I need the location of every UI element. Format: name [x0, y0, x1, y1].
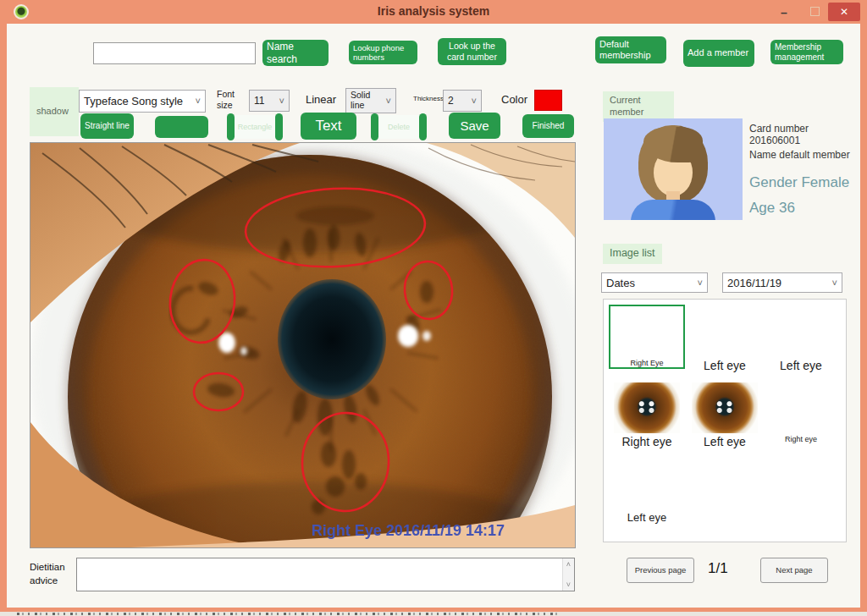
color-label: Color: [501, 93, 527, 106]
typeface-select[interactable]: Typeface Song style ˅: [79, 90, 206, 113]
finished-button[interactable]: Finished: [522, 114, 574, 138]
chevron-down-icon: ˅: [472, 96, 477, 106]
scroll-up-icon[interactable]: ˄: [563, 560, 574, 569]
save-button[interactable]: Save: [449, 113, 500, 139]
desktop-edge: [0, 612, 867, 616]
dates-select[interactable]: Dates ˅: [601, 272, 708, 293]
rectangle-button[interactable]: Rectangle: [229, 115, 281, 139]
member-gender: Gender Female: [749, 174, 849, 191]
member-name: Name default member: [749, 149, 850, 161]
line-style-select[interactable]: Solid line ˅: [345, 88, 396, 113]
font-size-select[interactable]: 11 ˅: [249, 90, 290, 112]
avatar-body: [631, 200, 715, 220]
thumbnail-item[interactable]: Left eye: [765, 306, 837, 372]
text-button[interactable]: Text: [301, 113, 356, 140]
taskbar-sliver: [17, 613, 559, 615]
dietitian-advice-input[interactable]: [77, 558, 574, 591]
default-membership-button[interactable]: Default membership: [595, 36, 666, 63]
lookup-phone-button[interactable]: Lookup phone numbers: [349, 41, 417, 64]
shadow-label: shadow: [30, 87, 79, 136]
search-input[interactable]: [93, 42, 256, 64]
straight-line-button[interactable]: Straight line: [80, 113, 134, 139]
close-button[interactable]: ✕: [828, 3, 860, 21]
next-page-button[interactable]: Next page: [760, 558, 828, 583]
iris-canvas[interactable]: Right Eye 2016/11/19 14:17: [30, 142, 576, 548]
thumbnail-panel: Right Eye Left eye Left eye Right eye Le…: [603, 299, 847, 542]
typeface-value: Typeface Song style: [84, 95, 183, 107]
dietitian-advice-box: ˄ ˅: [76, 558, 575, 591]
chevron-down-icon: ˅: [279, 96, 284, 106]
linear-label: Linear: [306, 93, 336, 106]
iris-thumbnail: [692, 306, 758, 357]
lookup-card-button[interactable]: Look up the card number: [438, 38, 506, 65]
member-avatar: [604, 118, 743, 220]
iris-thumbnail: [614, 459, 680, 509]
previous-page-button[interactable]: Previous page: [627, 558, 694, 583]
iris-thumbnail: [692, 382, 758, 433]
thickness-label: Thickness: [413, 95, 444, 102]
membership-management-button[interactable]: Membership management: [770, 40, 843, 64]
member-card-number: Card number 201606001: [749, 123, 860, 146]
thumbnail-item[interactable]: Right eye: [765, 382, 837, 443]
iris-thumbnail: [614, 382, 680, 433]
iris-thumbnail: [768, 382, 834, 433]
main-content: Name search Lookup phone numbers Look up…: [7, 24, 860, 608]
thickness-select[interactable]: 2 ˅: [443, 90, 482, 112]
chevron-down-icon: ˅: [196, 96, 201, 106]
page-indicator: 1/1: [708, 560, 728, 577]
font-size-label: Font size: [217, 89, 249, 110]
pupil: [278, 279, 386, 399]
chevron-down-icon: ˅: [386, 96, 391, 106]
iris-thumbnail: [768, 306, 834, 357]
thumbnail-item[interactable]: Left eye: [688, 382, 761, 448]
thumbnail-item[interactable]: Left eye: [610, 459, 683, 524]
image-list-label: Image list: [603, 244, 662, 264]
date-value-select[interactable]: 2016/11/19 ˅: [722, 272, 842, 293]
chevron-down-icon: ˅: [698, 278, 703, 288]
color-swatch[interactable]: [534, 90, 562, 111]
member-age: Age 36: [749, 200, 795, 217]
window-title: Iris analysis system: [0, 4, 867, 18]
scroll-down-icon[interactable]: ˅: [563, 580, 574, 589]
scrollbar[interactable]: ˄ ˅: [562, 558, 574, 591]
dietitian-advice-label: Dietitian advice: [30, 560, 74, 587]
maximize-button[interactable]: [810, 7, 820, 16]
delete-button[interactable]: Delete: [373, 115, 425, 139]
thumbnail-item[interactable]: Left eye: [688, 306, 761, 372]
name-search-button[interactable]: Name search: [262, 40, 329, 66]
thumbnail-item[interactable]: Right eye: [610, 382, 683, 448]
app-window: Iris analysis system – ✕ Name search Loo…: [0, 0, 867, 616]
titlebar: Iris analysis system – ✕: [0, 0, 867, 24]
ellipse-button[interactable]: [155, 116, 208, 138]
chevron-down-icon: ˅: [832, 278, 837, 288]
thumbnail-item[interactable]: Right Eye: [610, 306, 683, 367]
current-member-label: Current member: [603, 91, 674, 122]
add-member-button[interactable]: Add a member: [683, 40, 754, 67]
iris-thumbnail: [614, 306, 680, 357]
image-caption: Right Eye 2016/11/19 14:17: [312, 522, 505, 539]
minimize-button[interactable]: –: [779, 7, 789, 19]
iris-photo: Right Eye 2016/11/19 14:17: [30, 143, 575, 547]
